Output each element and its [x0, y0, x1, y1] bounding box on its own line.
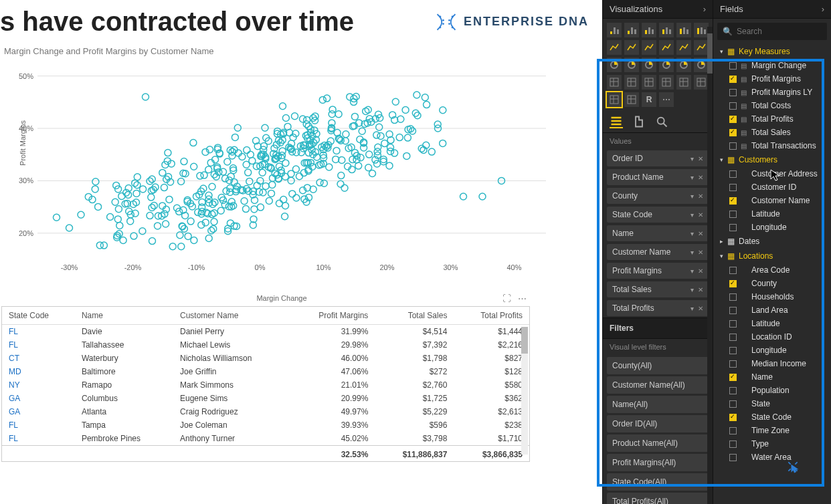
format-tab[interactable]: [632, 115, 646, 128]
viz-type-ribbon[interactable]: [694, 23, 709, 37]
checkbox[interactable]: [729, 387, 737, 394]
filter-item[interactable]: Order ID(All): [607, 415, 709, 432]
viz-type-area[interactable]: [624, 40, 639, 55]
analytics-tab[interactable]: [655, 115, 668, 128]
checkbox[interactable]: [729, 142, 737, 150]
viz-type-card[interactable]: [642, 75, 656, 90]
remove-icon[interactable]: ✕: [698, 211, 703, 219]
field-latitude[interactable]: Latitude: [716, 207, 828, 221]
field-group-dates[interactable]: ▸▦Dates: [716, 234, 828, 249]
column-header[interactable]: Customer Name: [173, 307, 289, 325]
checkbox[interactable]: [729, 280, 737, 287]
viz-type-scatter[interactable]: [607, 57, 622, 72]
viz-type-pie[interactable]: [624, 57, 639, 72]
table-row[interactable]: FLPembroke PinesAnthony Turner45.02%$3,7…: [2, 432, 529, 446]
viz-type-stacked-col[interactable]: [642, 23, 656, 37]
scatter-chart[interactable]: 20%30%40%50%-30%-20%-10%0%10%20%30%40% P…: [4, 59, 559, 299]
panel-scrollbar[interactable]: [707, 27, 713, 504]
field-state[interactable]: State: [716, 397, 828, 410]
checkbox[interactable]: [729, 400, 737, 408]
field-total-costs[interactable]: ▤Total Costs: [716, 99, 828, 112]
field-profit-margins[interactable]: ▤Profit Margins: [716, 72, 828, 86]
value-well[interactable]: County▾✕: [607, 188, 709, 204]
table-row[interactable]: GAAtlantaCraig Rodriguez49.97%$5,229$2,6…: [2, 405, 529, 418]
value-well[interactable]: Profit Margins▾✕: [607, 263, 709, 279]
value-well[interactable]: Order ID▾✕: [607, 150, 709, 166]
chevron-down-icon[interactable]: ▾: [690, 211, 694, 219]
field-customer-name[interactable]: Customer Name: [716, 194, 828, 207]
checkbox[interactable]: [729, 414, 737, 421]
field-county[interactable]: County: [716, 277, 828, 290]
value-well[interactable]: Customer Name▾✕: [607, 244, 709, 260]
value-well[interactable]: Name▾✕: [607, 225, 709, 241]
field-latitude[interactable]: Latitude: [716, 317, 828, 330]
viz-type-donut[interactable]: [642, 57, 656, 72]
checkbox[interactable]: [729, 76, 737, 83]
field-customer-address[interactable]: Customer Address: [716, 167, 828, 180]
viz-type-clustered-bar[interactable]: [624, 23, 639, 37]
chevron-down-icon[interactable]: ▾: [690, 286, 694, 293]
remove-icon[interactable]: ✕: [698, 193, 703, 200]
viz-type-waterfall[interactable]: [694, 40, 709, 55]
field-water-area[interactable]: Water Area: [716, 451, 828, 464]
filter-item[interactable]: Profit Margins(All): [607, 454, 709, 471]
field-location-id[interactable]: Location ID: [716, 330, 828, 344]
field-customer-id[interactable]: Customer ID: [716, 180, 828, 194]
checkbox[interactable]: [729, 440, 737, 448]
column-header[interactable]: State Code: [2, 307, 75, 325]
checkbox[interactable]: [729, 267, 737, 274]
remove-icon[interactable]: ✕: [698, 286, 703, 293]
viz-type-stacked-bar[interactable]: [607, 23, 622, 37]
table-scrollbar[interactable]: [521, 327, 528, 455]
checkbox[interactable]: [729, 320, 737, 328]
field-households[interactable]: Households: [716, 290, 828, 303]
viz-type-r-visual[interactable]: R: [642, 92, 656, 107]
checkbox[interactable]: [729, 129, 737, 136]
field-area-code[interactable]: Area Code: [716, 263, 828, 277]
table-row[interactable]: GAColumbusEugene Sims20.99%$1,725$362: [2, 392, 529, 405]
checkbox[interactable]: [729, 307, 737, 314]
checkbox[interactable]: [729, 102, 737, 110]
data-table-visual[interactable]: ⛶ ⋯ State CodeNameCustomer NameProfit Ma…: [1, 306, 530, 462]
chevron-down-icon[interactable]: ▾: [690, 174, 694, 181]
field-longitude[interactable]: Longitude: [716, 344, 828, 357]
viz-type-clustered-col[interactable]: [659, 23, 674, 37]
checkbox[interactable]: [729, 224, 737, 231]
fields-search[interactable]: 🔍: [717, 23, 827, 40]
checkbox[interactable]: [729, 184, 737, 191]
value-well[interactable]: Total Sales▾✕: [607, 281, 709, 297]
field-total-transactions[interactable]: ▤Total Transactions: [716, 139, 828, 152]
viz-type-line[interactable]: [607, 40, 622, 55]
viz-type-line-col[interactable]: [659, 40, 674, 55]
checkbox[interactable]: [729, 334, 737, 341]
field-type[interactable]: Type: [716, 437, 828, 451]
viz-type-matrix[interactable]: [624, 92, 639, 107]
more-options-icon[interactable]: ⋯: [518, 293, 527, 303]
remove-icon[interactable]: ✕: [698, 174, 703, 181]
remove-icon[interactable]: ✕: [698, 305, 703, 312]
viz-type-more[interactable]: ⋯: [659, 92, 674, 107]
field-time-zone[interactable]: Time Zone: [716, 424, 828, 437]
table-row[interactable]: FLTallahasseeMichael Lewis29.98%$7,392$2…: [2, 338, 529, 352]
viz-type-multi-card[interactable]: [659, 75, 674, 90]
table-row[interactable]: FLDavieDaniel Perry31.99%$4,514$1,444: [2, 325, 529, 339]
chevron-down-icon[interactable]: ▾: [690, 193, 694, 200]
table-row[interactable]: MDBaltimoreJoe Griffin47.06%$272$128: [2, 365, 529, 378]
column-header[interactable]: Profit Margins: [289, 307, 375, 325]
column-header[interactable]: Name: [75, 307, 173, 325]
field-median-income[interactable]: Median Income: [716, 357, 828, 370]
chevron-down-icon[interactable]: ▾: [690, 155, 694, 162]
checkbox[interactable]: [729, 454, 737, 461]
checkbox[interactable]: [729, 62, 737, 70]
field-state-code[interactable]: State Code: [716, 410, 828, 424]
viz-type-funnel[interactable]: [607, 75, 622, 90]
chevron-down-icon[interactable]: ▾: [690, 267, 694, 275]
viz-type-stacked-100[interactable]: [676, 23, 691, 37]
column-header[interactable]: Total Sales: [375, 307, 454, 325]
field-group-customers[interactable]: ▾▦Customers: [716, 152, 828, 167]
viz-type-treemap[interactable]: [659, 57, 674, 72]
checkbox[interactable]: [729, 360, 737, 368]
search-input[interactable]: [737, 27, 822, 36]
field-margin-change[interactable]: ▤Margin Change: [716, 59, 828, 72]
chevron-down-icon[interactable]: ▾: [690, 305, 694, 312]
